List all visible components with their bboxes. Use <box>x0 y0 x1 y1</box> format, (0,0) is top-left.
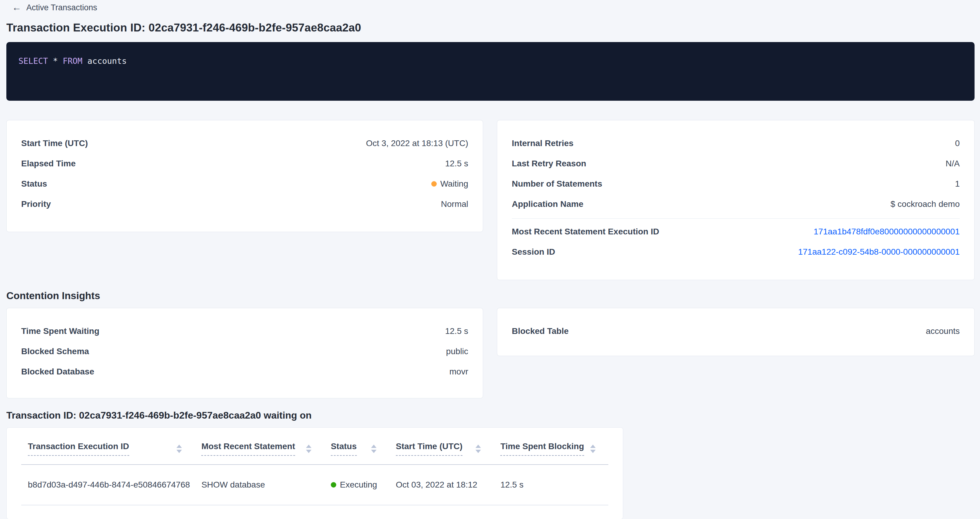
session-id-link[interactable]: 171aa122-c092-54b8-0000-000000000001 <box>798 247 960 257</box>
summary-card-left: Start Time (UTC) Oct 3, 2022 at 18:13 (U… <box>6 120 483 232</box>
status-label: Executing <box>340 480 377 490</box>
cell-most-recent-statement: SHOW database <box>195 480 324 490</box>
kv-label: Internal Retries <box>512 138 574 148</box>
kv-label: Blocked Database <box>21 367 94 376</box>
summary-card-right: Internal Retries 0 Last Retry Reason N/A… <box>497 120 975 280</box>
kv-label: Blocked Table <box>512 326 569 336</box>
sort-icon[interactable] <box>476 444 481 453</box>
column-header-label: Time Spent Blocking <box>500 441 584 456</box>
sql-token: * <box>53 56 58 66</box>
card-divider <box>512 218 960 219</box>
table-row: b8d7d03a-d497-446b-8474-e50846674768 SHO… <box>21 465 608 505</box>
transaction-details-page: ← Active Transactions Transaction Execut… <box>0 0 980 519</box>
kv-value: 1 <box>955 179 960 189</box>
kv-row-last-retry-reason: Last Retry Reason N/A <box>512 153 960 174</box>
kv-row-start-time: Start Time (UTC) Oct 3, 2022 at 18:13 (U… <box>21 133 468 153</box>
kv-value: Oct 3, 2022 at 18:13 (UTC) <box>366 138 468 148</box>
sql-keyword: FROM <box>63 56 82 66</box>
kv-label: Most Recent Statement Execution ID <box>512 227 659 236</box>
sort-icon[interactable] <box>590 444 596 453</box>
status-executing-dot-icon <box>331 482 336 487</box>
cell-status: Executing <box>324 480 389 490</box>
page-title: Transaction Execution ID: 02ca7931-f246-… <box>6 21 975 35</box>
kv-row-number-of-statements: Number of Statements 1 <box>512 174 960 194</box>
kv-label: Session ID <box>512 247 555 257</box>
column-header-status[interactable]: Status <box>324 441 389 456</box>
back-link[interactable]: ← Active Transactions <box>12 3 97 13</box>
kv-label: Blocked Schema <box>21 347 89 356</box>
statement-execution-id-link[interactable]: 171aa1b478fdf0e80000000000000001 <box>813 227 960 236</box>
kv-label: Elapsed Time <box>21 159 76 168</box>
kv-value: movr <box>449 367 468 376</box>
column-header-start-time[interactable]: Start Time (UTC) <box>389 441 494 456</box>
kv-row-status: Status Waiting <box>21 174 468 194</box>
kv-label: Start Time (UTC) <box>21 138 88 148</box>
column-header-transaction-execution-id[interactable]: Transaction Execution ID <box>21 441 195 456</box>
kv-value: Normal <box>441 199 468 209</box>
back-arrow-icon: ← <box>12 3 21 12</box>
kv-row-blocked-database: Blocked Database movr <box>21 362 468 382</box>
sql-keyword: SELECT <box>19 56 48 66</box>
table-header-row: Transaction Execution ID Most Recent Sta… <box>21 428 608 465</box>
kv-label: Last Retry Reason <box>512 159 586 168</box>
kv-row-elapsed-time: Elapsed Time 12.5 s <box>21 153 468 174</box>
cell-start-time: Oct 03, 2022 at 18:12 <box>389 480 494 490</box>
sql-token: accounts <box>88 56 127 66</box>
contention-card-left: Time Spent Waiting 12.5 s Blocked Schema… <box>6 308 483 398</box>
column-header-time-spent-blocking[interactable]: Time Spent Blocking <box>494 441 608 456</box>
column-header-label: Transaction Execution ID <box>28 441 129 456</box>
contention-section: Time Spent Waiting 12.5 s Blocked Schema… <box>6 308 975 398</box>
back-link-label: Active Transactions <box>26 3 97 13</box>
sort-icon[interactable] <box>371 444 377 453</box>
kv-row-statement-execution-id: Most Recent Statement Execution ID 171aa… <box>512 221 960 242</box>
kv-row-blocked-table: Blocked Table accounts <box>512 321 960 341</box>
sort-icon[interactable] <box>177 444 182 453</box>
kv-value: public <box>446 347 468 356</box>
status-badge: Waiting <box>431 179 468 189</box>
contention-insights-heading: Contention Insights <box>6 290 975 302</box>
kv-value: 12.5 s <box>445 326 468 336</box>
waiting-on-table-card: Transaction Execution ID Most Recent Sta… <box>6 427 623 519</box>
status-label: Waiting <box>441 179 468 189</box>
kv-row-application-name: Application Name $ cockroach demo <box>512 194 960 214</box>
status-badge: Executing <box>331 480 377 490</box>
summary-section: Start Time (UTC) Oct 3, 2022 at 18:13 (U… <box>6 120 975 280</box>
kv-label: Number of Statements <box>512 179 602 189</box>
kv-value: $ cockroach demo <box>891 199 960 209</box>
kv-row-internal-retries: Internal Retries 0 <box>512 133 960 153</box>
kv-value: 12.5 s <box>445 159 468 168</box>
kv-value: 0 <box>955 138 960 148</box>
column-header-label: Status <box>331 441 357 456</box>
status-waiting-dot-icon <box>431 181 437 187</box>
kv-value: N/A <box>945 159 960 168</box>
cell-time-spent-blocking: 12.5 s <box>494 480 608 490</box>
contention-card-right: Blocked Table accounts <box>497 308 975 356</box>
kv-label: Priority <box>21 199 51 209</box>
kv-value: accounts <box>926 326 960 336</box>
column-header-most-recent-statement[interactable]: Most Recent Statement <box>195 441 324 456</box>
column-header-label: Most Recent Statement <box>201 441 295 456</box>
kv-label: Time Spent Waiting <box>21 326 99 336</box>
column-header-label: Start Time (UTC) <box>396 441 463 456</box>
kv-label: Application Name <box>512 199 583 209</box>
kv-row-session-id: Session ID 171aa122-c092-54b8-0000-00000… <box>512 242 960 262</box>
waiting-on-heading: Transaction ID: 02ca7931-f246-469b-b2fe-… <box>6 409 975 421</box>
kv-row-blocked-schema: Blocked Schema public <box>21 341 468 362</box>
sql-statement-box: SELECT * FROM accounts <box>6 42 975 101</box>
sql-statement: SELECT * FROM accounts <box>19 56 127 66</box>
kv-row-time-spent-waiting: Time Spent Waiting 12.5 s <box>21 321 468 341</box>
sort-icon[interactable] <box>306 444 312 453</box>
kv-row-priority: Priority Normal <box>21 194 468 214</box>
cell-transaction-execution-id: b8d7d03a-d497-446b-8474-e50846674768 <box>21 480 195 490</box>
kv-label: Status <box>21 179 47 189</box>
